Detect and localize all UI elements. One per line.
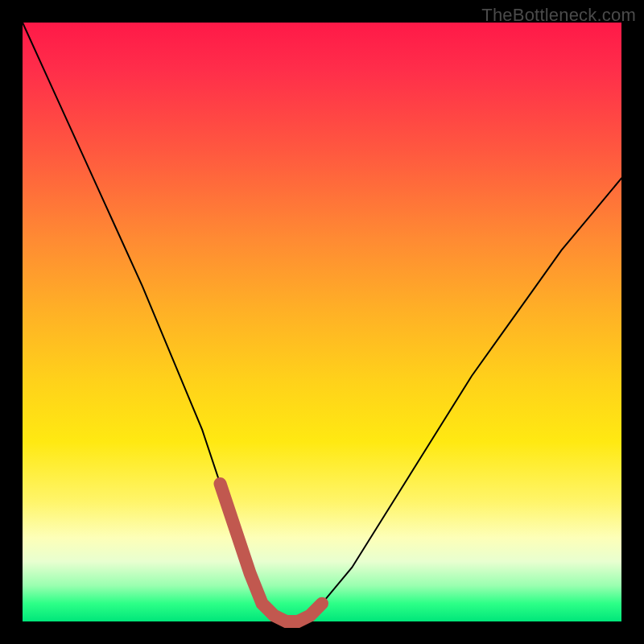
watermark-text: TheBottleneck.com xyxy=(481,5,636,26)
bottleneck-curve xyxy=(23,23,621,621)
curve-highlight xyxy=(221,484,323,621)
chart-frame: TheBottleneck.com xyxy=(0,0,644,644)
chart-plot-area xyxy=(23,23,621,621)
curve-thin xyxy=(23,23,621,621)
